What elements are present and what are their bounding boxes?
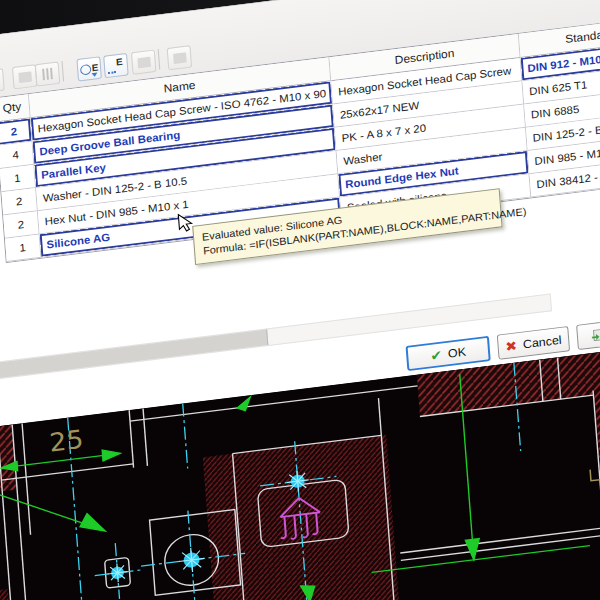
cancel-button[interactable]: ✖ Cancel: [497, 326, 570, 360]
apply-button[interactable]: Apply: [576, 316, 600, 351]
columns-icon: [42, 68, 53, 80]
cell-qty[interactable]: 1: [5, 234, 41, 262]
formula-mode-button[interactable]: E: [103, 53, 128, 78]
formula-mode-icon: E: [116, 57, 123, 67]
svg-text:25: 25: [48, 424, 84, 457]
gear-icon: [79, 64, 91, 76]
evaluate-formula-button[interactable]: E: [76, 56, 101, 81]
toolbar-button-7[interactable]: [167, 45, 192, 70]
disabled-icon: [18, 71, 32, 83]
chevron-down-icon: [91, 73, 97, 77]
cancel-button-label: Cancel: [522, 333, 562, 351]
reference-dots-icon: [108, 68, 116, 74]
toolbar-separator: [158, 49, 161, 70]
close-icon: ✖: [505, 338, 518, 352]
disabled-icon: [137, 56, 151, 68]
apply-icon: [590, 328, 600, 342]
toolbar-button-1[interactable]: [0, 68, 5, 93]
disabled-icon: [173, 52, 187, 64]
ok-button-label: OK: [447, 345, 466, 360]
evaluate-formula-icon: E: [91, 63, 98, 73]
toolbar-button-6[interactable]: [131, 50, 156, 75]
mouse-cursor: [176, 211, 197, 234]
rotated-screen-content: E E Qty Name Description Standard 2 Hexa…: [0, 0, 600, 600]
check-icon: ✔: [430, 348, 443, 362]
toolbar-button-3[interactable]: [35, 61, 60, 86]
horizontal-scrollbar[interactable]: [0, 293, 552, 379]
toolbar-separator: [62, 61, 65, 82]
screen: E E Qty Name Description Standard 2 Hexa…: [0, 0, 600, 600]
scrollbar-thumb[interactable]: [0, 329, 268, 378]
ok-button[interactable]: ✔ OK: [406, 336, 491, 371]
toolbar-button-2[interactable]: [12, 64, 37, 89]
